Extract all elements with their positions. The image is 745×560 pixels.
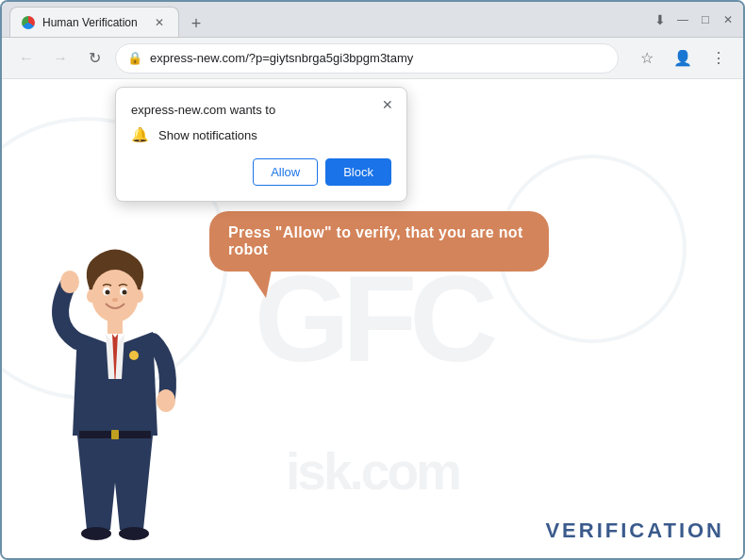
- watermark-bottom-text: isk.com: [286, 441, 459, 502]
- popup-title: express-new.com wants to: [131, 103, 391, 117]
- verification-label: VERIFICATION: [545, 519, 724, 543]
- new-tab-button[interactable]: +: [183, 10, 209, 37]
- svg-point-14: [119, 527, 149, 540]
- page-content: GFC isk.com ✕ express-new.com wants to 🔔…: [2, 79, 743, 558]
- window-controls: ⬇: [653, 12, 736, 27]
- notification-label: Show notifications: [158, 128, 257, 142]
- svg-rect-17: [111, 430, 119, 439]
- profile-icon[interactable]: 👤: [670, 45, 696, 72]
- person-illustration: [21, 228, 209, 558]
- svg-point-12: [157, 389, 175, 412]
- svg-point-1: [91, 270, 139, 322]
- popup-close-button[interactable]: ✕: [378, 95, 397, 114]
- active-tab[interactable]: Human Verification ✕: [9, 7, 179, 37]
- tab-title: Human Verification: [42, 16, 138, 29]
- svg-rect-9: [108, 321, 123, 334]
- allow-button[interactable]: Allow: [253, 158, 318, 186]
- refresh-button[interactable]: ↻: [81, 45, 108, 72]
- title-bar: Human Verification ✕ + ⬇: [2, 2, 743, 38]
- tab-area: Human Verification ✕ +: [9, 2, 641, 37]
- browser-window: Human Verification ✕ + ⬇ ← → ↻ 🔒 express…: [0, 0, 745, 560]
- notification-popup: ✕ express-new.com wants to 🔔 Show notifi…: [115, 87, 407, 202]
- menu-icon[interactable]: ⋮: [705, 45, 732, 72]
- bookmark-icon[interactable]: ☆: [634, 45, 660, 72]
- maximize-button[interactable]: [698, 12, 713, 27]
- address-bar: ← → ↻ 🔒 express-new.com/?p=giytsnbrga5gi…: [2, 38, 743, 79]
- speech-bubble: Press "Allow" to verify, that you are no…: [209, 211, 549, 272]
- svg-point-7: [123, 290, 127, 295]
- download-icon[interactable]: ⬇: [653, 12, 668, 27]
- svg-point-6: [106, 290, 110, 295]
- block-button[interactable]: Block: [325, 158, 391, 186]
- forward-button[interactable]: →: [47, 45, 74, 72]
- svg-point-8: [112, 298, 118, 302]
- svg-point-2: [87, 289, 96, 303]
- close-button[interactable]: [720, 12, 736, 27]
- speech-text: Press "Allow" to verify, that you are no…: [228, 224, 523, 257]
- notification-row: 🔔 Show notifications: [131, 126, 391, 143]
- address-icons: ☆ 👤 ⋮: [634, 45, 732, 72]
- svg-point-15: [129, 351, 139, 360]
- lock-icon: 🔒: [127, 51, 142, 65]
- tab-close-button[interactable]: ✕: [152, 15, 167, 30]
- url-text: express-new.com/?p=giytsnbrga5gi3bpgm3ta…: [150, 51, 606, 65]
- tab-favicon: [22, 16, 35, 29]
- minimize-button[interactable]: [675, 12, 690, 27]
- back-button[interactable]: ←: [13, 45, 40, 72]
- popup-buttons: Allow Block: [131, 158, 391, 186]
- address-input-wrapper[interactable]: 🔒 express-new.com/?p=giytsnbrga5gi3bpgm3…: [115, 43, 619, 74]
- svg-point-13: [81, 527, 111, 540]
- svg-point-11: [60, 271, 79, 293]
- svg-point-3: [134, 289, 143, 303]
- bell-icon: 🔔: [131, 126, 149, 143]
